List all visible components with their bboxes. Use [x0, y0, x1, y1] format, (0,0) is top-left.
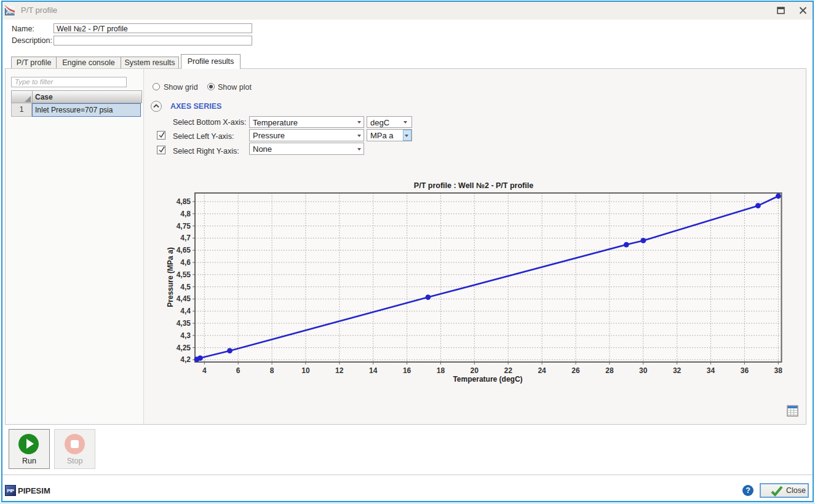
- svg-text:4,25: 4,25: [177, 344, 191, 352]
- svg-text:4,7: 4,7: [180, 234, 191, 242]
- svg-text:32: 32: [673, 366, 682, 375]
- svg-text:34: 34: [707, 366, 715, 375]
- svg-text:4,4: 4,4: [180, 307, 191, 315]
- svg-text:6: 6: [236, 366, 241, 375]
- svg-text:14: 14: [369, 366, 378, 375]
- svg-text:P/T profile : Well №2 - P/T pr: P/T profile : Well №2 - P/T profile: [414, 181, 533, 190]
- svg-text:38: 38: [774, 366, 783, 375]
- svg-text:24: 24: [538, 366, 546, 375]
- svg-text:4,8: 4,8: [180, 210, 191, 218]
- svg-text:Temperature (degC): Temperature (degC): [453, 375, 522, 384]
- svg-text:20: 20: [471, 366, 479, 375]
- svg-text:8: 8: [270, 366, 274, 375]
- svg-text:4,55: 4,55: [177, 270, 191, 279]
- svg-text:4,85: 4,85: [177, 197, 191, 206]
- svg-text:4,3: 4,3: [180, 331, 191, 340]
- svg-text:4: 4: [202, 366, 207, 375]
- svg-text:36: 36: [741, 366, 749, 375]
- svg-text:10: 10: [301, 366, 310, 375]
- svg-text:4,45: 4,45: [177, 294, 191, 303]
- svg-text:4,75: 4,75: [177, 222, 191, 230]
- svg-text:4,2: 4,2: [180, 355, 191, 364]
- svg-text:4,5: 4,5: [180, 283, 191, 291]
- svg-text:16: 16: [403, 366, 411, 375]
- svg-text:4,65: 4,65: [177, 246, 191, 254]
- svg-text:18: 18: [437, 366, 445, 375]
- svg-text:Pressure (MPa a): Pressure (MPa a): [166, 247, 175, 307]
- svg-text:12: 12: [335, 366, 344, 375]
- svg-text:4,35: 4,35: [177, 319, 191, 328]
- svg-text:22: 22: [504, 366, 513, 375]
- svg-text:30: 30: [639, 366, 648, 375]
- svg-text:26: 26: [571, 366, 580, 375]
- svg-text:4,6: 4,6: [180, 258, 191, 267]
- svg-text:28: 28: [605, 366, 614, 375]
